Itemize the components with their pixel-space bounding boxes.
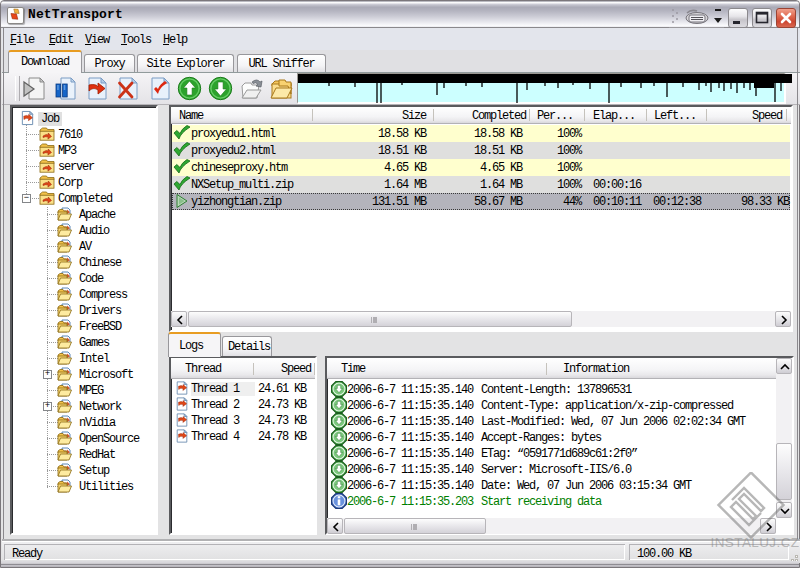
svg-text:INSTALUJ.CZ: INSTALUJ.CZ bbox=[711, 535, 799, 550]
